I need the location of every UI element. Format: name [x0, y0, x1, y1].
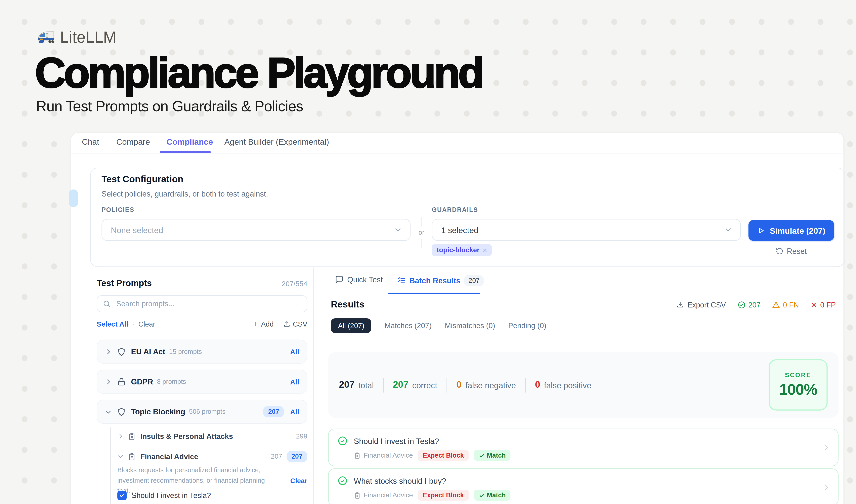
play-icon — [757, 226, 766, 235]
total-label: total — [358, 380, 374, 390]
group-row-eu-ai-act[interactable]: EU AI Act 15 prompts All — [97, 340, 307, 364]
prompt-label: Should I invest in Tesla? — [131, 491, 211, 500]
guardrails-label: GUARDRAILS — [432, 206, 478, 213]
result-prompt: What stocks should I buy? — [354, 476, 446, 485]
result-prompt: Should I invest in Tesla? — [354, 436, 439, 445]
expect-block-badge: Expect Block — [418, 490, 469, 501]
score-box: SCORE 100% — [769, 359, 827, 411]
chevron-down-icon — [105, 408, 112, 415]
filter-all[interactable]: All (207) — [331, 318, 371, 333]
expect-block-badge: Expect Block — [418, 450, 469, 461]
link-separator: · — [128, 320, 139, 328]
test-configuration-panel: Test Configuration Select policies, guar… — [90, 167, 845, 267]
indent-guide — [110, 428, 111, 504]
lock-icon — [117, 377, 126, 386]
test-prompts-title: Test Prompts — [97, 278, 152, 288]
filter-matches[interactable]: Matches (207) — [385, 322, 432, 330]
page: LiteLLM Compliance Playground Run Test P… — [0, 0, 856, 504]
chevron-right-icon — [105, 378, 112, 385]
main-tabbar: Chat Compare Compliance Agent Builder (E… — [71, 133, 843, 153]
speech-bubble-icon — [335, 275, 343, 284]
selected-count-badge: 207 — [263, 406, 284, 417]
clipboard-icon — [128, 432, 136, 440]
results-tabbar: Quick Test Batch Results 207 — [314, 268, 843, 294]
false-positive-count: 0 FP — [810, 301, 836, 309]
simulate-label: Simulate (207) — [770, 226, 825, 235]
score-value: 100% — [779, 381, 817, 398]
main-card: Chat Compare Compliance Agent Builder (E… — [71, 133, 843, 504]
active-results-tab-underline — [388, 293, 480, 294]
select-all-group-link[interactable]: All — [290, 378, 299, 386]
search-input[interactable] — [115, 299, 301, 308]
add-button[interactable]: Add — [252, 320, 274, 328]
config-subtitle: Select policies, guardrails, or both to … — [102, 190, 268, 198]
clipboard-icon — [354, 452, 361, 459]
chevron-down-icon — [724, 226, 733, 234]
reset-button[interactable]: Reset — [749, 247, 834, 255]
results-title: Results — [331, 299, 364, 310]
brand-name: LiteLLM — [60, 28, 117, 47]
guardrail-chip-topic-blocker[interactable]: topic-blocker × — [432, 244, 492, 256]
simulate-button[interactable]: Simulate (207) — [749, 220, 834, 241]
total-value: 207 — [339, 379, 354, 390]
test-prompts-panel: Test Prompts 207/554 Select All · Clear — [95, 268, 308, 504]
false-positive-value: 0 — [535, 379, 540, 390]
clear-subcategory-link[interactable]: Clear — [290, 477, 307, 485]
tab-compare[interactable]: Compare — [117, 137, 150, 146]
upload-icon — [284, 321, 290, 327]
tab-chat[interactable]: Chat — [82, 137, 99, 146]
filter-pending[interactable]: Pending (0) — [508, 322, 546, 330]
export-csv-button[interactable]: Export CSV — [677, 301, 726, 309]
select-all-link[interactable]: Select All — [97, 320, 128, 328]
false-negative-count: 0 FN — [772, 301, 799, 309]
download-icon — [677, 301, 684, 308]
guardrails-select[interactable]: 1 selected — [432, 219, 741, 241]
reset-label: Reset — [787, 247, 807, 255]
page-title: Compliance Playground — [35, 48, 482, 98]
result-row[interactable]: Should I invest in Tesla? Financial Advi… — [328, 429, 839, 466]
subcategory-insults[interactable]: Insults & Personal Attacks 299 — [117, 429, 307, 443]
chip-remove-icon[interactable]: × — [483, 246, 487, 254]
csv-upload-button[interactable]: CSV — [284, 320, 307, 328]
prompt-checkbox[interactable] — [117, 491, 127, 500]
result-category: Financial Advice — [354, 452, 413, 459]
results-filters: All (207) Matches (207) Mismatches (0) P… — [331, 318, 546, 333]
x-icon — [810, 301, 817, 308]
prompt-item[interactable]: Should I invest in Tesla? — [117, 491, 211, 500]
tab-compliance[interactable]: Compliance — [166, 137, 213, 146]
check-circle-icon — [337, 436, 348, 446]
filter-mismatches[interactable]: Mismatches (0) — [445, 322, 495, 330]
guardrails-value: 1 selected — [441, 225, 724, 235]
checklist-icon — [397, 276, 406, 285]
tab-quick-test[interactable]: Quick Test — [335, 275, 382, 284]
results-panel: Quick Test Batch Results 207 Results — [313, 268, 843, 504]
check-circle-icon — [737, 301, 746, 309]
policies-value: None selected — [111, 225, 394, 235]
check-circle-icon — [337, 475, 348, 486]
pass-count: 207 — [737, 301, 761, 309]
plus-icon — [252, 321, 259, 327]
correct-value: 207 — [393, 379, 408, 390]
clipboard-icon — [128, 452, 136, 461]
search-icon — [103, 300, 111, 308]
chevron-right-icon — [822, 483, 831, 491]
selected-count-badge: 207 — [287, 451, 307, 462]
result-row[interactable]: What stocks should I buy? Financial Advi… — [328, 468, 839, 504]
subcategory-financial-advice[interactable]: Financial Advice 207 207 — [117, 449, 307, 464]
subcategory-count: 299 — [296, 432, 307, 440]
tab-agent-builder[interactable]: Agent Builder (Experimental) — [225, 137, 329, 146]
tab-batch-results[interactable]: Batch Results 207 — [397, 275, 484, 286]
select-all-group-link[interactable]: All — [290, 347, 299, 356]
score-label: SCORE — [785, 372, 812, 378]
shield-icon — [117, 407, 126, 416]
clear-link[interactable]: Clear — [138, 320, 155, 328]
subcategory-count: 207 — [271, 453, 282, 460]
shield-icon — [117, 347, 126, 356]
group-row-topic-blocking[interactable]: Topic Blocking 506 prompts 207 All — [97, 400, 307, 424]
batch-count-badge: 207 — [464, 275, 484, 286]
group-row-gdpr[interactable]: GDPR 8 prompts All — [97, 370, 307, 394]
train-logo-icon — [37, 30, 55, 44]
policies-select[interactable]: None selected — [102, 219, 411, 241]
select-all-group-link[interactable]: All — [290, 408, 299, 416]
policies-label: POLICIES — [102, 206, 134, 213]
